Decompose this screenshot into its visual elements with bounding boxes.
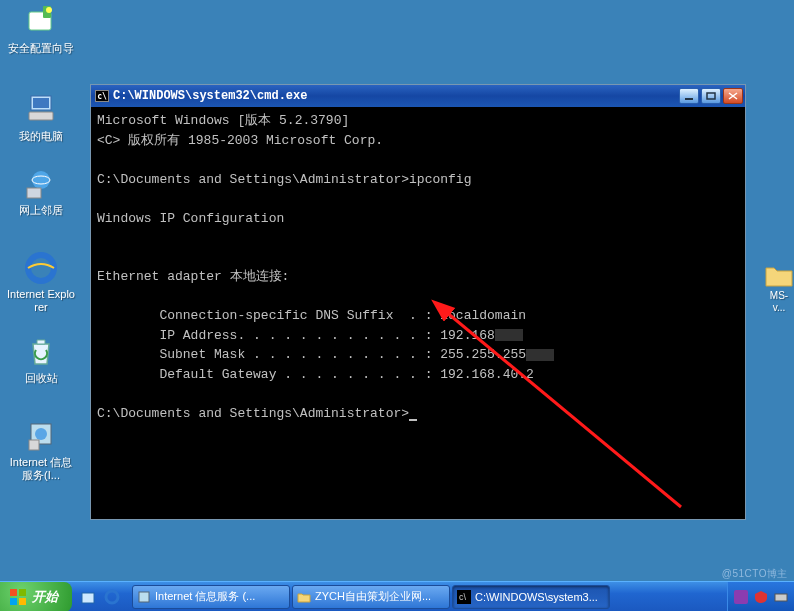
svg-rect-12 bbox=[29, 440, 39, 450]
desktop-icon-folder-ms[interactable]: MS-v... bbox=[764, 262, 794, 314]
desktop-icon-my-computer[interactable]: 我的电脑 bbox=[6, 92, 76, 143]
desktop-icon-label: 网上邻居 bbox=[6, 204, 76, 217]
watermark-text: @51CTO博主 bbox=[722, 567, 788, 581]
svg-rect-18 bbox=[10, 598, 17, 605]
folder-icon bbox=[297, 590, 311, 604]
minimize-button[interactable] bbox=[679, 88, 699, 104]
tray-ime-icon[interactable] bbox=[734, 590, 748, 604]
windows-logo-icon bbox=[10, 589, 26, 605]
svg-rect-22 bbox=[139, 592, 149, 602]
redaction-box bbox=[526, 349, 554, 361]
desktop-icon-label: 我的电脑 bbox=[6, 130, 76, 143]
ie-icon bbox=[23, 250, 59, 286]
svg-point-6 bbox=[32, 171, 50, 189]
cmd-cursor bbox=[409, 419, 417, 421]
my-computer-icon bbox=[23, 92, 59, 128]
desktop-icon-label: MS-v... bbox=[764, 290, 794, 314]
recycle-bin-icon bbox=[23, 334, 59, 370]
svg-rect-14 bbox=[707, 93, 715, 99]
cmd-icon: c\ bbox=[457, 590, 471, 604]
desktop-icon-recycle-bin[interactable]: 回收站 bbox=[6, 334, 76, 385]
tray-security-icon[interactable] bbox=[754, 590, 768, 604]
start-label: 开始 bbox=[32, 588, 58, 606]
task-button-label: ZYCH自由策划企业网... bbox=[315, 589, 431, 604]
cmd-output[interactable]: Microsoft Windows [版本 5.2.3790] <C> 版权所有… bbox=[91, 107, 745, 519]
taskbar-buttons: Internet 信息服务 (... ZYCH自由策划企业网... c\ C:\… bbox=[128, 585, 727, 609]
iis-icon bbox=[137, 590, 151, 604]
desktop-icon-label: Internet 信息服务(I... bbox=[6, 456, 76, 482]
cmd-icon: c\ bbox=[95, 90, 109, 102]
svg-rect-20 bbox=[82, 593, 94, 603]
svg-point-2 bbox=[46, 7, 52, 13]
svg-rect-8 bbox=[27, 188, 41, 198]
desktop-icon-security-wizard[interactable]: 安全配置向导 bbox=[6, 4, 76, 55]
svg-rect-25 bbox=[734, 590, 748, 604]
cmd-title: C:\WINDOWS\system32\cmd.exe bbox=[113, 89, 307, 103]
quicklaunch-show-desktop[interactable] bbox=[78, 587, 98, 607]
wizard-icon bbox=[23, 4, 59, 40]
task-button-label: Internet 信息服务 (... bbox=[155, 589, 255, 604]
svg-rect-26 bbox=[775, 594, 787, 601]
svg-rect-16 bbox=[10, 589, 17, 596]
desktop-icon-label: 安全配置向导 bbox=[6, 42, 76, 55]
task-button-label: C:\WINDOWS\system3... bbox=[475, 591, 598, 603]
maximize-button[interactable] bbox=[701, 88, 721, 104]
quicklaunch-bar bbox=[72, 587, 128, 607]
desktop-icon-label: 回收站 bbox=[6, 372, 76, 385]
iis-icon bbox=[23, 418, 59, 454]
task-button-zych[interactable]: ZYCH自由策划企业网... bbox=[292, 585, 450, 609]
svg-point-21 bbox=[106, 591, 118, 603]
network-places-icon bbox=[23, 166, 59, 202]
tray-keyboard-icon[interactable] bbox=[774, 590, 788, 604]
cmd-window[interactable]: c\ C:\WINDOWS\system32\cmd.exe Microsoft… bbox=[90, 84, 746, 520]
svg-rect-17 bbox=[19, 589, 26, 596]
svg-point-9 bbox=[28, 255, 54, 281]
svg-rect-13 bbox=[685, 98, 693, 100]
folder-icon bbox=[764, 262, 794, 288]
taskbar[interactable]: 开始 Internet 信息服务 (... ZYCH自由策划企业网... c\ … bbox=[0, 581, 794, 611]
close-button[interactable] bbox=[723, 88, 743, 104]
svg-text:c\: c\ bbox=[459, 592, 467, 602]
svg-rect-5 bbox=[29, 112, 53, 120]
system-tray[interactable] bbox=[727, 582, 794, 612]
task-button-iis[interactable]: Internet 信息服务 (... bbox=[132, 585, 290, 609]
desktop-icon-ie[interactable]: Internet Explorer bbox=[6, 250, 76, 314]
quicklaunch-ie[interactable] bbox=[102, 587, 122, 607]
desktop-icon-label: Internet Explorer bbox=[6, 288, 76, 314]
redaction-box bbox=[495, 329, 523, 341]
task-button-cmd[interactable]: c\ C:\WINDOWS\system3... bbox=[452, 585, 610, 609]
desktop-icon-network-places[interactable]: 网上邻居 bbox=[6, 166, 76, 217]
cmd-titlebar[interactable]: c\ C:\WINDOWS\system32\cmd.exe bbox=[91, 85, 745, 107]
svg-rect-19 bbox=[19, 598, 26, 605]
svg-rect-4 bbox=[33, 98, 49, 108]
svg-point-11 bbox=[35, 428, 47, 440]
desktop-icon-iis[interactable]: Internet 信息服务(I... bbox=[6, 418, 76, 482]
start-button[interactable]: 开始 bbox=[0, 582, 72, 612]
